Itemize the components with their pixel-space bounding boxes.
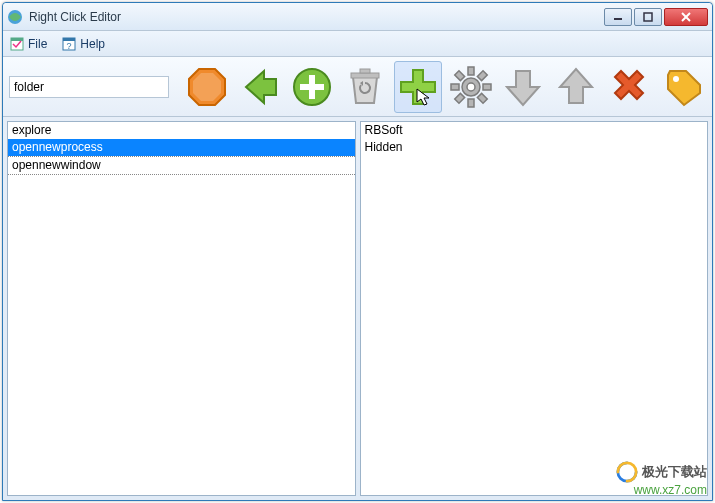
close-button[interactable] — [664, 8, 708, 26]
svg-rect-6 — [11, 38, 23, 41]
menu-help-label: Help — [80, 37, 105, 51]
svg-rect-20 — [468, 99, 474, 107]
right-list-panel[interactable]: RBSoftHidden — [360, 121, 709, 496]
menubar: File ? Help — [3, 31, 712, 57]
delete-x-icon — [607, 65, 651, 109]
titlebar: Right Click Editor — [3, 3, 712, 31]
list-item[interactable]: RBSoft — [361, 122, 708, 139]
add-button[interactable] — [288, 61, 337, 113]
svg-text:?: ? — [67, 41, 72, 51]
toolbar — [3, 57, 712, 117]
svg-rect-26 — [454, 70, 464, 80]
content-area: exploreopennewprocessopennewwindow RBSof… — [3, 117, 712, 500]
svg-rect-22 — [451, 84, 459, 90]
list-item[interactable]: Hidden — [361, 139, 708, 156]
svg-rect-14 — [300, 84, 324, 90]
help-icon: ? — [61, 36, 77, 52]
window-title: Right Click Editor — [29, 10, 604, 24]
menu-help[interactable]: ? Help — [61, 36, 105, 52]
window-controls — [604, 8, 708, 26]
list-item[interactable]: opennewprocess — [8, 139, 355, 156]
left-list-panel[interactable]: exploreopennewprocessopennewwindow — [7, 121, 356, 496]
stop-button[interactable] — [183, 61, 232, 113]
svg-rect-25 — [477, 93, 487, 103]
arrow-down-icon — [501, 65, 545, 109]
svg-point-27 — [467, 83, 475, 91]
tag-button[interactable] — [657, 61, 706, 113]
up-button[interactable] — [552, 61, 601, 113]
tag-icon — [660, 65, 704, 109]
svg-rect-19 — [468, 67, 474, 75]
plus-button[interactable] — [394, 61, 443, 113]
svg-rect-24 — [454, 93, 464, 103]
back-arrow-icon — [238, 65, 282, 109]
svg-rect-23 — [477, 70, 487, 80]
search-input[interactable] — [9, 76, 169, 98]
list-item[interactable]: opennewwindow — [8, 156, 355, 175]
settings-button[interactable] — [446, 61, 495, 113]
maximize-button[interactable] — [634, 8, 662, 26]
gear-icon — [449, 65, 493, 109]
svg-rect-15 — [351, 73, 379, 78]
back-button[interactable] — [235, 61, 284, 113]
recycle-button[interactable] — [341, 61, 390, 113]
app-window: Right Click Editor File ? Help — [2, 2, 713, 501]
minimize-button[interactable] — [604, 8, 632, 26]
list-item[interactable]: explore — [8, 122, 355, 139]
recycle-bin-icon — [343, 65, 387, 109]
app-icon — [7, 9, 23, 25]
down-button[interactable] — [499, 61, 548, 113]
menu-file-label: File — [28, 37, 47, 51]
arrow-up-icon — [554, 65, 598, 109]
svg-rect-21 — [483, 84, 491, 90]
svg-point-28 — [673, 76, 679, 82]
add-circle-icon — [290, 65, 334, 109]
menu-file[interactable]: File — [9, 36, 47, 52]
svg-marker-11 — [193, 73, 221, 101]
svg-rect-2 — [644, 13, 652, 21]
svg-rect-16 — [360, 69, 370, 73]
stop-icon — [185, 65, 229, 109]
file-icon — [9, 36, 25, 52]
delete-button[interactable] — [605, 61, 654, 113]
plus-icon — [396, 65, 440, 109]
